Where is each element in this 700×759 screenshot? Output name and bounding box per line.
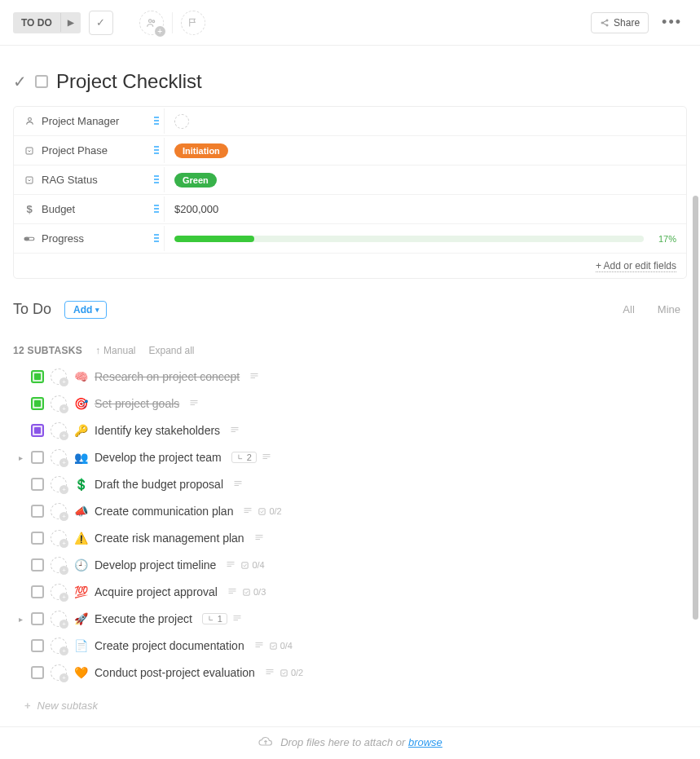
browse-link[interactable]: browse [408,736,442,748]
description-icon [189,399,199,408]
task-checkbox[interactable] [31,478,44,491]
task-name[interactable]: Create risk management plan [95,532,244,545]
task-checkbox[interactable] [31,397,44,410]
progress-icon [24,233,35,245]
task-assignee-button[interactable] [51,395,67,412]
svg-point-4 [606,24,608,26]
new-subtask-input[interactable]: + New subtask [13,685,687,726]
title-check-icon: ✓ [13,72,27,91]
task-assignee-button[interactable] [51,422,67,439]
mark-complete-button[interactable]: ✓ [89,11,113,35]
field-value-rag-status[interactable]: Green [165,168,686,192]
task-row: 🕘Develop project timeline0/4 [16,553,687,577]
page-title[interactable]: Project Checklist [56,70,202,93]
task-name[interactable]: Acquire project approval [95,585,218,598]
drag-handle-icon[interactable] [154,146,159,156]
field-value-project-phase[interactable]: Initiation [165,139,686,163]
task-checkbox[interactable] [31,666,44,679]
task-assignee-button[interactable] [51,503,67,519]
task-checkbox[interactable] [31,370,44,383]
task-name[interactable]: Research on project concept [95,370,240,383]
task-checkbox[interactable] [31,639,44,652]
assignees-button[interactable] [139,11,164,35]
task-emoji-icon: 🔑 [73,424,88,437]
checklist-count[interactable]: 0/3 [242,587,266,597]
more-menu-button[interactable]: ••• [657,14,687,31]
description-icon [265,668,275,677]
share-label: Share [614,17,640,29]
task-checkbox[interactable] [31,558,44,571]
task-emoji-icon: 📣 [73,505,88,518]
task-name[interactable]: Develop project timeline [95,558,216,571]
drag-handle-icon[interactable] [154,234,159,244]
task-assignee-button[interactable] [51,638,67,654]
checklist-count[interactable]: 0/2 [258,506,281,516]
field-value-project-manager[interactable] [165,109,686,134]
task-assignee-button[interactable] [51,611,67,627]
description-icon [230,426,240,435]
task-name[interactable]: Draft the budget proposal [95,478,223,491]
subtask-count-badge[interactable]: 2 [231,452,257,463]
field-label: Project Phase [14,138,165,163]
task-name[interactable]: Set project goals [95,397,179,410]
task-checkbox[interactable] [31,612,44,625]
task-checkbox[interactable] [31,451,44,464]
priority-button[interactable] [181,11,205,35]
task-row: 💲Draft the budget proposal [16,472,687,496]
svg-rect-35 [242,562,248,567]
task-assignee-button[interactable] [51,530,67,546]
task-assignee-button[interactable] [51,584,67,600]
expand-caret-icon[interactable]: ▸ [16,615,24,624]
task-row: 🔑Identify key stakeholders [16,418,687,443]
task-assignee-button[interactable] [51,476,67,492]
task-assignee-button[interactable] [51,368,67,385]
description-icon [232,614,242,624]
expand-caret-icon[interactable]: ▸ [16,453,24,462]
dollar-icon: $ [24,204,35,215]
task-emoji-icon: 💲 [73,478,88,491]
add-edit-fields-link[interactable]: + Add or edit fields [596,260,676,272]
task-checkbox[interactable] [31,532,44,545]
task-meta: 0/2 [265,668,303,677]
task-name[interactable]: Conduct post-project evaluation [95,666,255,679]
description-icon [243,506,253,516]
task-checkbox[interactable] [31,505,44,518]
expand-all-button[interactable]: Expand all [148,345,194,356]
section-head: To Do Add ▾ All Mine [13,300,687,319]
task-emoji-icon: ⚠️ [73,532,88,545]
toolbar: TO DO ▶ ✓ Share ••• [0,0,700,46]
attachments-dropzone[interactable]: Drop files here to attach or browse [13,727,687,759]
checklist-count[interactable]: 0/4 [269,641,293,651]
filter-mine-tab[interactable]: Mine [651,300,687,319]
add-task-button[interactable]: Add ▾ [64,301,107,319]
task-name[interactable]: Create communication plan [95,505,233,518]
task-name[interactable]: Identify key stakeholders [95,424,220,437]
task-meta [189,399,199,408]
checklist-count[interactable]: 0/2 [280,668,303,677]
subtasks-count: 12 SUBTASKS [13,345,82,356]
scrollbar[interactable] [693,196,698,620]
drag-handle-icon[interactable] [154,205,159,214]
task-name[interactable]: Develop the project team [95,451,222,464]
task-meta [230,426,240,435]
task-name[interactable]: Create project documentation [95,639,244,652]
subtask-count-badge[interactable]: 1 [202,613,227,624]
field-label: Project Manager [14,108,165,134]
share-button[interactable]: Share [591,12,649,33]
status-chip[interactable]: TO DO ▶ [13,12,81,33]
drag-handle-icon[interactable] [154,117,159,126]
task-checkbox[interactable] [31,424,44,437]
task-name[interactable]: Execute the project [95,612,192,625]
status-chip-arrow[interactable]: ▶ [60,13,81,32]
task-checkbox[interactable] [31,585,44,598]
checklist-count[interactable]: 0/4 [240,560,264,570]
drag-handle-icon[interactable] [154,175,159,185]
filter-all-tab[interactable]: All [616,300,641,319]
field-value-budget[interactable]: $200,000 [165,198,686,220]
field-value-progress[interactable]: 17% [165,229,686,249]
task-assignee-button[interactable] [51,557,67,573]
people-icon [146,17,157,29]
task-assignee-button[interactable] [51,449,67,466]
sort-selector[interactable]: ↑ Manual [95,345,135,356]
task-assignee-button[interactable] [51,664,67,681]
